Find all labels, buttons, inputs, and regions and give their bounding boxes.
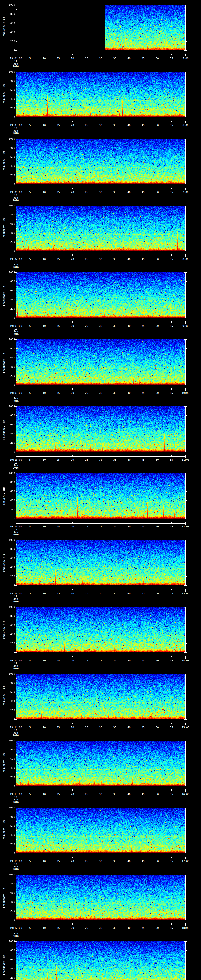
y-axis-tick-right (186, 699, 187, 699)
y-axis-tick-right (186, 362, 187, 363)
y-axis-title: Frequency (Hz) (3, 84, 5, 105)
y-axis-minor-tick (16, 286, 17, 286)
y-axis-tick-right (186, 25, 187, 25)
y-tick-label: 400 (5, 298, 15, 301)
y-axis-tick (16, 108, 17, 108)
y-axis-tick (16, 215, 17, 215)
x-axis-tick (171, 723, 172, 724)
y-tick-label: 0 (5, 250, 15, 252)
y-tick-label: 200 (5, 508, 15, 511)
y-axis-tick-right (186, 920, 187, 920)
y-tick-label: 1000 (5, 3, 15, 6)
y-axis-tick-right (186, 380, 187, 381)
y-axis-tick-right (186, 576, 187, 577)
y-axis-tick-right (186, 247, 187, 247)
spectrogram-image (16, 5, 185, 50)
x-axis-tick (86, 388, 87, 390)
y-axis-tick-right (186, 627, 187, 628)
x-axis-end-cap (185, 323, 186, 324)
x-axis-end-cap (185, 858, 186, 859)
y-axis-tick-right (186, 639, 187, 639)
y-axis-tick-right (186, 88, 187, 88)
x-axis-tick (157, 656, 158, 657)
y-axis-tick (16, 99, 17, 99)
y-axis-minor-tick (16, 94, 17, 95)
y-axis-tick-right (186, 674, 187, 674)
y-axis-end-cap-right (184, 272, 185, 273)
y-axis-tick-right (186, 913, 187, 913)
y-axis-tick (16, 902, 17, 902)
y-axis-tick (16, 233, 17, 233)
y-tick-label: 1000 (5, 539, 15, 541)
y-axis-tick (16, 808, 17, 808)
y-axis-tick-right (186, 902, 187, 902)
x-tick-label: 12:00 (177, 525, 194, 528)
y-axis-tick-right (186, 505, 187, 505)
y-tick-label: 1000 (5, 70, 15, 73)
x-axis-tick (157, 455, 158, 457)
x-axis-tick (171, 522, 172, 523)
y-axis-tick-right (186, 103, 187, 104)
y-axis-tick-right (186, 652, 187, 653)
y-axis-tick-right (186, 703, 187, 704)
y-axis-tick-right (186, 493, 187, 494)
y-tick-label: 800 (5, 347, 15, 350)
x-axis-tick (58, 54, 59, 55)
y-axis-minor-tick (16, 496, 17, 496)
y-axis-tick-right (186, 110, 187, 111)
y-axis-tick-right (186, 184, 187, 185)
y-axis-tick-right (186, 710, 187, 711)
y-tick-label: 800 (5, 547, 15, 550)
spectrogram-panel-19-16-00: Frequency (Hz)0200400600800100019:16:005… (0, 803, 201, 870)
spectrogram-panel-19-18-00: Frequency (Hz)0200400600800100019:18:005… (0, 937, 201, 980)
y-axis-tick-right (186, 681, 187, 681)
y-axis-end-cap-right (184, 540, 185, 540)
y-axis-tick-right (186, 697, 187, 697)
x-axis-tick (86, 121, 87, 122)
y-axis-tick-right (186, 221, 187, 222)
y-tick-label: 0 (5, 450, 15, 453)
y-tick-label: 200 (5, 441, 15, 444)
y-axis-minor-tick (16, 228, 17, 229)
y-tick-label: 0 (5, 852, 15, 854)
y-axis-minor-tick (16, 648, 17, 648)
spectrogram-image (16, 139, 185, 184)
y-axis-tick-right (186, 549, 187, 549)
x-axis-tick (72, 656, 73, 657)
x-axis-tick (44, 188, 45, 189)
spectrogram-image (16, 808, 185, 853)
y-axis-tick-right (186, 567, 187, 568)
y-tick-label: 200 (5, 40, 15, 43)
y-axis-tick-right (186, 482, 187, 482)
x-axis-tick (72, 923, 73, 925)
y-axis-tick-right (186, 507, 187, 508)
x-axis-tick (86, 321, 87, 323)
y-tick-label: 600 (5, 824, 15, 827)
y-axis-tick-right (186, 690, 187, 690)
y-axis-tick-right (186, 106, 187, 106)
y-axis-tick-right (186, 170, 187, 171)
y-tick-label: 200 (5, 241, 15, 243)
spectrogram-image (16, 272, 185, 318)
y-tick-label: 600 (5, 156, 15, 158)
x-axis-end-cap (185, 791, 186, 792)
y-axis-tick-right (186, 962, 187, 962)
y-axis-tick-right (186, 355, 187, 356)
x-axis-tick (157, 723, 158, 724)
x-axis-line (16, 724, 186, 724)
y-axis-minor-tick (16, 113, 17, 113)
x-tick-label: 10:00 (177, 391, 194, 394)
y-axis-tick-right (186, 833, 187, 833)
y-axis-tick-right (186, 950, 187, 951)
y-tick-label: 1000 (5, 271, 15, 274)
y-axis-end-cap-right (184, 50, 185, 51)
y-tick-label: 600 (5, 490, 15, 493)
y-axis-end-cap (14, 184, 16, 185)
x-axis-tick (44, 54, 45, 55)
spectrogram-panel-19-13-00: Frequency (Hz)0200400600800100019:13:005… (0, 602, 201, 669)
x-axis-tick (72, 455, 73, 457)
y-axis-tick-right (186, 279, 187, 280)
y-axis-tick-right (186, 815, 187, 815)
x-axis-tick (58, 255, 59, 256)
y-tick-label: 0 (5, 183, 15, 185)
